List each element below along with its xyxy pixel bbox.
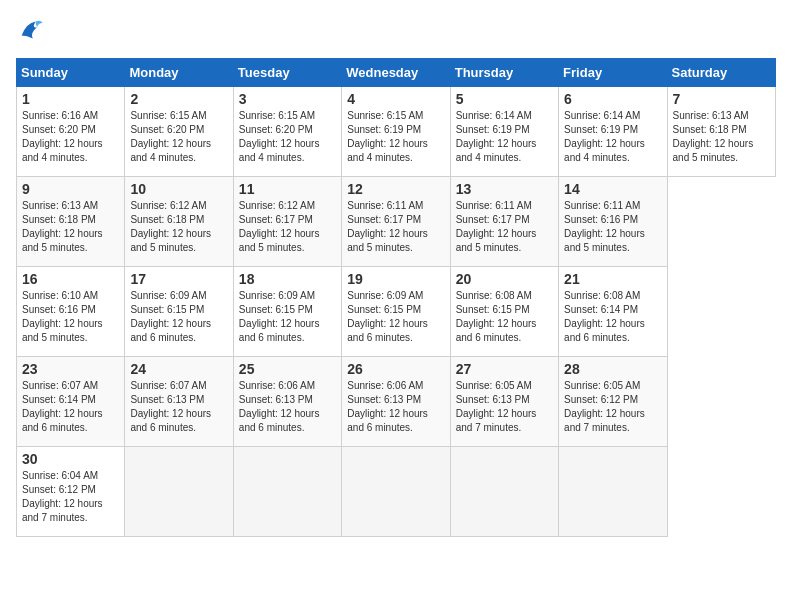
calendar-cell bbox=[342, 447, 450, 537]
page-header bbox=[16, 16, 776, 48]
day-info: Sunrise: 6:07 AMSunset: 6:13 PMDaylight:… bbox=[130, 379, 227, 435]
calendar-cell: 19Sunrise: 6:09 AMSunset: 6:15 PMDayligh… bbox=[342, 267, 450, 357]
day-number: 12 bbox=[347, 181, 444, 197]
week-row-1: 1Sunrise: 6:16 AMSunset: 6:20 PMDaylight… bbox=[17, 87, 776, 177]
calendar-cell: 20Sunrise: 6:08 AMSunset: 6:15 PMDayligh… bbox=[450, 267, 558, 357]
day-info: Sunrise: 6:08 AMSunset: 6:15 PMDaylight:… bbox=[456, 289, 553, 345]
calendar-cell: 9Sunrise: 6:13 AMSunset: 6:18 PMDaylight… bbox=[17, 177, 125, 267]
day-number: 1 bbox=[22, 91, 119, 107]
col-header-thursday: Thursday bbox=[450, 59, 558, 87]
day-info: Sunrise: 6:11 AMSunset: 6:17 PMDaylight:… bbox=[347, 199, 444, 255]
col-header-sunday: Sunday bbox=[17, 59, 125, 87]
day-number: 9 bbox=[22, 181, 119, 197]
day-info: Sunrise: 6:04 AMSunset: 6:12 PMDaylight:… bbox=[22, 469, 119, 525]
col-header-wednesday: Wednesday bbox=[342, 59, 450, 87]
col-header-monday: Monday bbox=[125, 59, 233, 87]
day-info: Sunrise: 6:09 AMSunset: 6:15 PMDaylight:… bbox=[347, 289, 444, 345]
logo bbox=[16, 16, 48, 48]
calendar-cell: 24Sunrise: 6:07 AMSunset: 6:13 PMDayligh… bbox=[125, 357, 233, 447]
day-number: 19 bbox=[347, 271, 444, 287]
calendar-cell: 11Sunrise: 6:12 AMSunset: 6:17 PMDayligh… bbox=[233, 177, 341, 267]
calendar-cell: 1Sunrise: 6:16 AMSunset: 6:20 PMDaylight… bbox=[17, 87, 125, 177]
calendar-cell: 25Sunrise: 6:06 AMSunset: 6:13 PMDayligh… bbox=[233, 357, 341, 447]
day-info: Sunrise: 6:11 AMSunset: 6:16 PMDaylight:… bbox=[564, 199, 661, 255]
day-number: 3 bbox=[239, 91, 336, 107]
day-number: 18 bbox=[239, 271, 336, 287]
calendar-cell: 18Sunrise: 6:09 AMSunset: 6:15 PMDayligh… bbox=[233, 267, 341, 357]
day-info: Sunrise: 6:06 AMSunset: 6:13 PMDaylight:… bbox=[347, 379, 444, 435]
calendar-table: SundayMondayTuesdayWednesdayThursdayFrid… bbox=[16, 58, 776, 537]
day-info: Sunrise: 6:16 AMSunset: 6:20 PMDaylight:… bbox=[22, 109, 119, 165]
day-number: 7 bbox=[673, 91, 770, 107]
calendar-cell: 13Sunrise: 6:11 AMSunset: 6:17 PMDayligh… bbox=[450, 177, 558, 267]
day-number: 21 bbox=[564, 271, 661, 287]
calendar-cell: 27Sunrise: 6:05 AMSunset: 6:13 PMDayligh… bbox=[450, 357, 558, 447]
calendar-cell: 7Sunrise: 6:13 AMSunset: 6:18 PMDaylight… bbox=[667, 87, 775, 177]
calendar-cell bbox=[559, 447, 667, 537]
day-number: 11 bbox=[239, 181, 336, 197]
day-info: Sunrise: 6:09 AMSunset: 6:15 PMDaylight:… bbox=[130, 289, 227, 345]
day-number: 24 bbox=[130, 361, 227, 377]
day-number: 14 bbox=[564, 181, 661, 197]
day-number: 17 bbox=[130, 271, 227, 287]
col-header-friday: Friday bbox=[559, 59, 667, 87]
week-row-2: 9Sunrise: 6:13 AMSunset: 6:18 PMDaylight… bbox=[17, 177, 776, 267]
col-header-saturday: Saturday bbox=[667, 59, 775, 87]
col-header-tuesday: Tuesday bbox=[233, 59, 341, 87]
day-info: Sunrise: 6:07 AMSunset: 6:14 PMDaylight:… bbox=[22, 379, 119, 435]
day-info: Sunrise: 6:09 AMSunset: 6:15 PMDaylight:… bbox=[239, 289, 336, 345]
calendar-cell bbox=[125, 447, 233, 537]
day-info: Sunrise: 6:15 AMSunset: 6:20 PMDaylight:… bbox=[239, 109, 336, 165]
day-number: 6 bbox=[564, 91, 661, 107]
day-info: Sunrise: 6:05 AMSunset: 6:13 PMDaylight:… bbox=[456, 379, 553, 435]
calendar-cell: 26Sunrise: 6:06 AMSunset: 6:13 PMDayligh… bbox=[342, 357, 450, 447]
day-info: Sunrise: 6:15 AMSunset: 6:20 PMDaylight:… bbox=[130, 109, 227, 165]
calendar-cell: 14Sunrise: 6:11 AMSunset: 6:16 PMDayligh… bbox=[559, 177, 667, 267]
day-number: 30 bbox=[22, 451, 119, 467]
day-info: Sunrise: 6:05 AMSunset: 6:12 PMDaylight:… bbox=[564, 379, 661, 435]
calendar-cell: 2Sunrise: 6:15 AMSunset: 6:20 PMDaylight… bbox=[125, 87, 233, 177]
day-number: 13 bbox=[456, 181, 553, 197]
day-number: 23 bbox=[22, 361, 119, 377]
day-number: 28 bbox=[564, 361, 661, 377]
calendar-cell: 5Sunrise: 6:14 AMSunset: 6:19 PMDaylight… bbox=[450, 87, 558, 177]
day-info: Sunrise: 6:06 AMSunset: 6:13 PMDaylight:… bbox=[239, 379, 336, 435]
day-info: Sunrise: 6:14 AMSunset: 6:19 PMDaylight:… bbox=[456, 109, 553, 165]
day-info: Sunrise: 6:13 AMSunset: 6:18 PMDaylight:… bbox=[22, 199, 119, 255]
calendar-cell: 21Sunrise: 6:08 AMSunset: 6:14 PMDayligh… bbox=[559, 267, 667, 357]
day-info: Sunrise: 6:14 AMSunset: 6:19 PMDaylight:… bbox=[564, 109, 661, 165]
day-info: Sunrise: 6:13 AMSunset: 6:18 PMDaylight:… bbox=[673, 109, 770, 165]
calendar-cell: 6Sunrise: 6:14 AMSunset: 6:19 PMDaylight… bbox=[559, 87, 667, 177]
day-number: 25 bbox=[239, 361, 336, 377]
day-info: Sunrise: 6:15 AMSunset: 6:19 PMDaylight:… bbox=[347, 109, 444, 165]
day-number: 10 bbox=[130, 181, 227, 197]
day-info: Sunrise: 6:12 AMSunset: 6:17 PMDaylight:… bbox=[239, 199, 336, 255]
calendar-cell bbox=[450, 447, 558, 537]
week-row-5: 30Sunrise: 6:04 AMSunset: 6:12 PMDayligh… bbox=[17, 447, 776, 537]
day-number: 4 bbox=[347, 91, 444, 107]
week-row-3: 16Sunrise: 6:10 AMSunset: 6:16 PMDayligh… bbox=[17, 267, 776, 357]
week-row-4: 23Sunrise: 6:07 AMSunset: 6:14 PMDayligh… bbox=[17, 357, 776, 447]
calendar-cell: 30Sunrise: 6:04 AMSunset: 6:12 PMDayligh… bbox=[17, 447, 125, 537]
day-number: 20 bbox=[456, 271, 553, 287]
day-number: 16 bbox=[22, 271, 119, 287]
calendar-cell: 3Sunrise: 6:15 AMSunset: 6:20 PMDaylight… bbox=[233, 87, 341, 177]
calendar-cell: 28Sunrise: 6:05 AMSunset: 6:12 PMDayligh… bbox=[559, 357, 667, 447]
day-number: 27 bbox=[456, 361, 553, 377]
day-number: 2 bbox=[130, 91, 227, 107]
day-info: Sunrise: 6:10 AMSunset: 6:16 PMDaylight:… bbox=[22, 289, 119, 345]
calendar-cell: 12Sunrise: 6:11 AMSunset: 6:17 PMDayligh… bbox=[342, 177, 450, 267]
day-number: 5 bbox=[456, 91, 553, 107]
calendar-cell: 17Sunrise: 6:09 AMSunset: 6:15 PMDayligh… bbox=[125, 267, 233, 357]
calendar-cell bbox=[233, 447, 341, 537]
day-info: Sunrise: 6:11 AMSunset: 6:17 PMDaylight:… bbox=[456, 199, 553, 255]
calendar-cell: 23Sunrise: 6:07 AMSunset: 6:14 PMDayligh… bbox=[17, 357, 125, 447]
day-info: Sunrise: 6:12 AMSunset: 6:18 PMDaylight:… bbox=[130, 199, 227, 255]
calendar-cell: 16Sunrise: 6:10 AMSunset: 6:16 PMDayligh… bbox=[17, 267, 125, 357]
day-info: Sunrise: 6:08 AMSunset: 6:14 PMDaylight:… bbox=[564, 289, 661, 345]
calendar-cell: 4Sunrise: 6:15 AMSunset: 6:19 PMDaylight… bbox=[342, 87, 450, 177]
day-number: 26 bbox=[347, 361, 444, 377]
logo-icon bbox=[16, 16, 44, 48]
calendar-cell: 10Sunrise: 6:12 AMSunset: 6:18 PMDayligh… bbox=[125, 177, 233, 267]
